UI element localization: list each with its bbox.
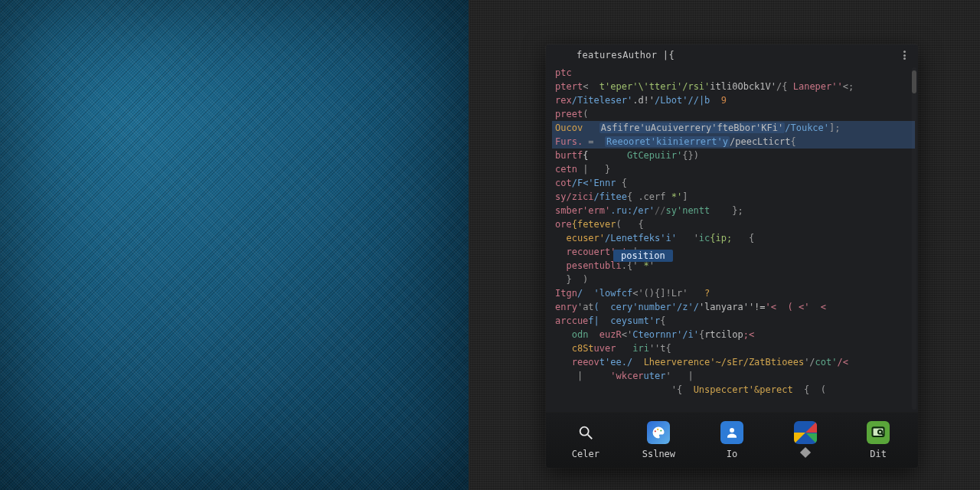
editor-tab-title: featuresAuthor |{ [577,50,675,60]
svg-point-0 [580,427,588,436]
code-line[interactable]: ecuser'/Lenetfeks'i' 'ic{ip; { [552,231,915,245]
code-editor-window: featuresAuthor |{ ptcptert< t'eper'\'tte… [546,44,918,468]
taskbar-label: Sslnew [642,449,675,459]
contact-icon [720,421,743,444]
code-line[interactable]: burtf{ GtCepuiir'{}) [552,149,915,162]
code-line[interactable]: recouert'r'.| [552,245,915,259]
code-line[interactable]: ptert< t'eper'\'tteri'/rsi'itli0Obck1V'/… [552,80,915,93]
kebab-menu-icon[interactable] [900,51,909,60]
svg-line-8 [882,433,884,435]
terminal-icon [867,421,890,444]
svg-point-3 [657,429,658,430]
code-line[interactable]: ptc [552,66,915,80]
svg-point-2 [655,430,656,432]
editor-titlebar[interactable]: featuresAuthor |{ [546,44,918,66]
taskbar-label: Io [727,449,737,459]
code-area[interactable]: ptcptert< t'eper'\'tteri'/rsi'itli0Obck1… [552,66,915,412]
code-line[interactable]: | 'wkceruter' | [552,369,915,383]
taskbar-item-search[interactable]: Celer [555,421,616,459]
code-line[interactable]: arccuef| ceysumt'r{ [552,314,915,328]
code-line[interactable]: cot/F<'Ennr { [552,176,915,190]
code-line[interactable]: sy/zici/fitee{ .cerf *'] [552,190,915,204]
search-icon [574,421,597,444]
code-line[interactable]: reeovt'ee./ Lheerverence'~/sEr/ZatBtioee… [552,355,915,369]
taskbar-label: Celer [572,449,599,459]
code-line[interactable]: Oucov Asfifre'uAcuiverrery'fteBbor'KFi'/… [552,121,915,135]
palette-icon [647,421,670,444]
svg-point-5 [730,428,734,433]
autocomplete-popup[interactable]: position [613,250,673,262]
code-line[interactable]: Itgn/ 'lowfcf<'(){]!Lr' ? [552,286,915,300]
code-line[interactable]: cetn | } [552,162,915,176]
code-line[interactable]: c8Stuver iri''t{ [552,341,915,355]
editor-scrollbar[interactable] [912,67,916,410]
svg-point-4 [661,430,662,431]
taskbar-item-terminal[interactable]: Dit [848,421,909,459]
desktop-left-wallpaper [0,0,469,490]
scrollbar-thumb[interactable] [912,70,916,93]
diamond-icon [800,447,811,458]
svg-line-1 [588,435,593,439]
taskbar-item-contact[interactable]: Io [701,421,763,459]
code-line[interactable]: ore{fetever( { [552,217,915,231]
autocomplete-item: position [621,250,665,261]
code-line[interactable]: enry'at( cery'number'/z'/'lanyara''!='< … [552,300,915,314]
code-line[interactable]: Furs. = Reeooret'kiinierrert'y/peecLticr… [552,135,915,149]
mail-icon [794,421,817,444]
taskbar: Celer Sslnew Io [546,412,918,468]
code-line[interactable]: odn euzR<'Cteornnr'/i'{rtcilop;< [552,328,915,341]
code-line[interactable]: '{ Unspeccert'&perect { ( [552,383,915,397]
code-line[interactable]: pesentubli.{' *' [552,259,915,273]
code-line[interactable]: rex/Titeleser'.d!'/Lbot'//|b 9 [552,93,915,107]
code-line[interactable]: smber'erm'.ru:/er'//sy'nentt }; [552,204,915,217]
taskbar-label: Dit [870,449,887,459]
taskbar-item-mail[interactable] [775,421,836,459]
code-line[interactable]: preet( [552,107,915,121]
taskbar-item-palette[interactable]: Sslnew [628,421,689,459]
code-line[interactable]: } ) [552,273,915,286]
